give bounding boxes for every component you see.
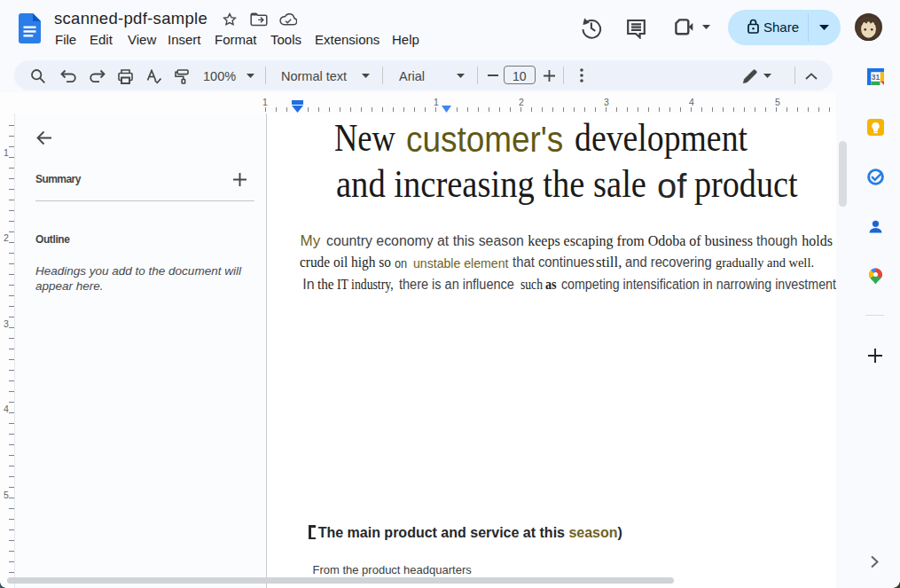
- svg-text:31: 31: [872, 73, 880, 82]
